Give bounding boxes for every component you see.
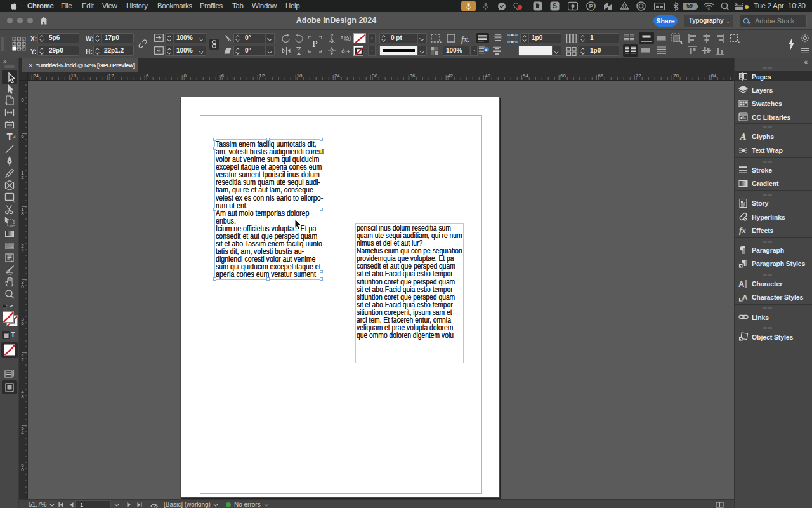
svg-text:S: S <box>553 3 557 10</box>
svg-text:P: P <box>589 3 593 10</box>
svg-text:A: A <box>742 293 748 302</box>
svg-text:P: P <box>312 39 317 49</box>
svg-text:fx: fx <box>739 225 746 235</box>
svg-text:A: A <box>738 279 745 288</box>
svg-text:A: A <box>740 131 747 142</box>
